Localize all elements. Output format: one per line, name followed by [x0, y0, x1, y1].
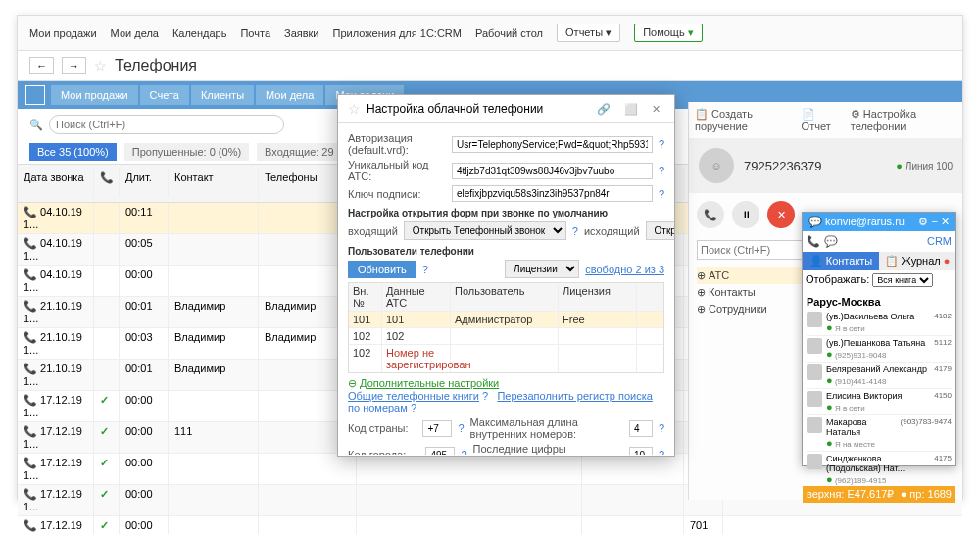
auth-input[interactable] — [452, 136, 653, 153]
help-icon[interactable]: ? — [659, 138, 664, 150]
table-row[interactable]: 📞 17.12.19 1...✓00:00701 — [18, 516, 962, 534]
user-row[interactable]: 101101АдминистраторFree — [349, 311, 663, 327]
menu-item[interactable]: Приложения для 1C:CRM — [333, 27, 462, 39]
incoming-label: входящий — [348, 225, 398, 237]
menu-item[interactable]: Рабочий стол — [475, 27, 543, 39]
journal-tab[interactable]: 📋 Журнал ● — [879, 252, 956, 270]
create-task-link[interactable]: 📋 Создать поручение — [695, 108, 792, 132]
maxlen-input[interactable] — [629, 420, 653, 437]
filter-all[interactable]: Все 35 (100%) — [29, 143, 117, 161]
contacts-tab[interactable]: 👤 Контакты — [803, 252, 879, 270]
section-label: Настройка открытия форм при звонке по ум… — [348, 208, 664, 218]
country-input[interactable] — [422, 420, 452, 437]
settings-dialog: ☆ Настройка облачной телефонии 🔗 ⬜ ✕ Авт… — [337, 94, 675, 457]
tab[interactable]: Клиенты — [191, 85, 254, 105]
tab[interactable]: Счета — [140, 85, 189, 105]
user-row[interactable]: 102102 — [349, 327, 663, 344]
reports-dropdown[interactable]: Отчеты ▾ — [557, 24, 620, 42]
help-icon[interactable]: ? — [422, 264, 428, 275]
outgoing-select[interactable]: Открыть Телефонный звонок — [646, 221, 674, 240]
title-bar: ← → ☆ Телефония — [18, 51, 962, 81]
menu-item[interactable]: Календарь — [172, 27, 227, 39]
col-contact[interactable]: Контакт — [169, 169, 259, 198]
call-hold-icon[interactable]: ⏸ — [732, 201, 760, 228]
close-icon[interactable]: ✕ — [648, 103, 664, 116]
user-row[interactable]: 102Номер не зарегистрирован — [349, 344, 663, 372]
section-label: Пользователи телефонии — [348, 246, 664, 257]
messenger-widget: 💬 konvie@rarus.ru⚙ − ✕ 📞💬CRM 👤 Контакты📋… — [802, 212, 956, 466]
contact-item[interactable]: Беляреваний Александр● (910)441-41484179 — [807, 363, 952, 389]
books-link[interactable]: Общие телефонные книги — [348, 390, 479, 402]
menu-item[interactable]: Мои продажи — [29, 27, 97, 39]
line-label: Линия 100 — [906, 161, 953, 171]
key-input[interactable] — [452, 185, 653, 202]
link-icon[interactable]: 🔗 — [593, 103, 614, 116]
search-icon: 🔍 — [29, 119, 43, 131]
expand-icon[interactable]: ⬜ — [620, 103, 642, 116]
dialog-title: Настройка облачной телефонии — [367, 102, 587, 116]
tab[interactable]: Мои дела — [256, 85, 323, 105]
menu-item[interactable]: Мои дела — [111, 27, 159, 39]
contact-item[interactable]: (ув.)Васильева Ольга● Я в сети4102 — [807, 310, 952, 336]
group-label: Рарус-Москва — [807, 294, 952, 310]
settings-link[interactable]: ⚙ Настройка телефонии — [851, 108, 956, 132]
call-icon[interactable]: 📞 — [807, 235, 820, 248]
clipboard-icon[interactable] — [25, 85, 45, 105]
count: ● пр: 1689 — [901, 488, 952, 501]
star-icon[interactable]: ☆ — [94, 58, 107, 73]
help-dropdown[interactable]: Помощь ▾ — [634, 24, 703, 42]
tab[interactable]: Мои продажи — [51, 85, 138, 105]
filter-missed[interactable]: Пропущенные: 0 (0%) — [124, 143, 249, 161]
search-input[interactable] — [49, 115, 284, 134]
page-title: Телефония — [115, 57, 197, 74]
contact-item[interactable]: Синдженкова (Подольская) Нат...● (962)18… — [807, 452, 952, 486]
free-link[interactable]: свободно 2 из 3 — [585, 264, 664, 275]
col-date[interactable]: Дата звонка — [18, 169, 94, 198]
uid-label: Уникальный код АТС: — [348, 159, 446, 182]
balance: верхня: E47.617₽ — [807, 488, 894, 501]
close-icon[interactable]: ✕ — [941, 216, 950, 227]
contact-item[interactable]: (ув.)Пешанкова Татьяна● (925)931-9048511… — [807, 336, 952, 363]
help-icon[interactable]: ? — [659, 165, 664, 176]
contact-item[interactable]: Макарова Наталья● Я на месте(903)783-947… — [807, 415, 952, 452]
col-dur[interactable]: Длит. — [120, 169, 169, 198]
col-status-icon[interactable]: 📞 — [94, 169, 120, 198]
call-accept-icon[interactable]: 📞 — [697, 201, 724, 228]
help-icon[interactable]: ? — [659, 188, 664, 200]
menu-item[interactable]: Заявки — [284, 27, 319, 39]
call-end-icon[interactable]: ✕ — [767, 201, 795, 228]
crm-link[interactable]: CRM — [927, 235, 952, 248]
gear-icon[interactable]: ⚙ — [918, 216, 928, 227]
uid-input[interactable] — [452, 163, 653, 179]
outgoing-label: исходящий — [584, 225, 640, 237]
update-button[interactable]: Обновить — [348, 261, 416, 278]
user-grid: Вн. №Данные АТСПользовательЛицензия 1011… — [348, 282, 664, 373]
license-select[interactable]: Лицензии — [505, 260, 579, 278]
help-icon[interactable]: ? — [572, 225, 578, 237]
top-menu: Мои продажи Мои дела Календарь Почта Зая… — [18, 16, 962, 51]
contact-item[interactable]: Елисина Виктория● Я в сети4150 — [807, 389, 952, 415]
city-input[interactable] — [425, 447, 455, 456]
show-select[interactable]: Вся книга — [872, 273, 933, 287]
key-label: Ключ подписи: — [348, 188, 446, 200]
caller-number: 79252236379 — [744, 159, 822, 173]
auth-label: Авторизация (default.vrd): — [348, 132, 446, 156]
last-input[interactable] — [629, 447, 653, 456]
star-icon[interactable]: ☆ — [348, 101, 361, 117]
widget-title: 💬 konvie@rarus.ru — [808, 216, 905, 228]
extra-toggle[interactable]: Дополнительные настройки — [360, 377, 499, 389]
call-card: ☺ 79252236379 ● Линия 100 — [689, 138, 962, 193]
report-link[interactable]: 📄 Отчет — [802, 108, 841, 132]
minimize-icon[interactable]: − — [932, 216, 938, 227]
avatar-icon: ☺ — [699, 148, 734, 183]
sms-icon[interactable]: 💬 — [824, 235, 838, 248]
nav-fwd[interactable]: → — [62, 57, 86, 74]
nav-back[interactable]: ← — [29, 57, 54, 74]
menu-item[interactable]: Почта — [240, 27, 270, 39]
incoming-select[interactable]: Открыть Телефонный звонок — [404, 221, 566, 240]
